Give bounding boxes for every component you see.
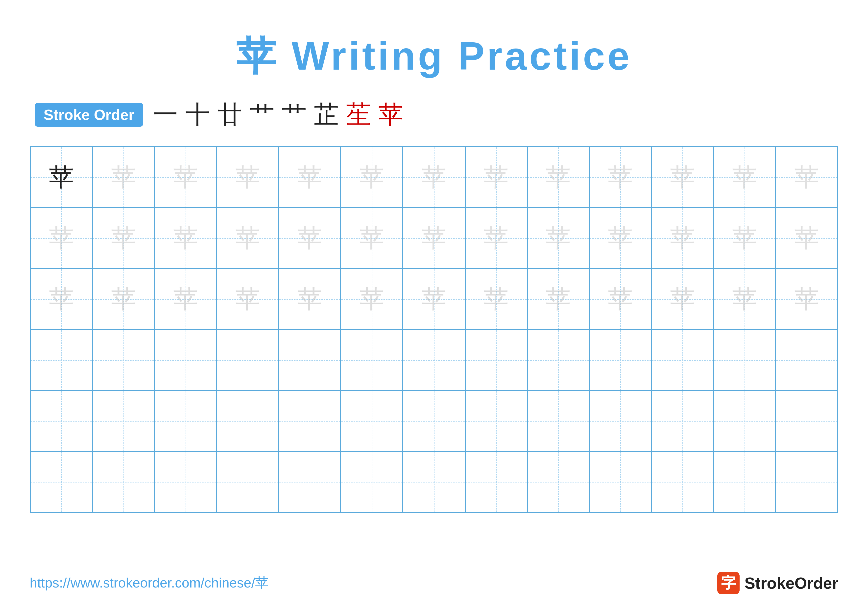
- grid-cell[interactable]: 苹: [527, 269, 589, 330]
- grid-cell[interactable]: 苹: [30, 147, 92, 208]
- grid-cell[interactable]: [217, 452, 279, 513]
- grid-cell[interactable]: 苹: [465, 147, 527, 208]
- grid-cell[interactable]: [589, 330, 651, 390]
- cell-character: 苹: [173, 222, 198, 255]
- grid-cell[interactable]: [279, 452, 341, 513]
- grid-cell[interactable]: 苹: [403, 147, 465, 208]
- grid-cell[interactable]: [341, 390, 403, 452]
- grid-cell[interactable]: 苹: [403, 208, 465, 269]
- grid-cell[interactable]: [92, 452, 154, 513]
- stroke-4: 艹: [250, 98, 274, 132]
- cell-character: 苹: [732, 161, 757, 194]
- grid-cell[interactable]: [279, 330, 341, 390]
- logo-name: StrokeOrder: [744, 574, 838, 592]
- grid-cell[interactable]: 苹: [341, 269, 403, 330]
- stroke-6: 芷: [314, 98, 339, 132]
- grid-cell[interactable]: 苹: [589, 147, 651, 208]
- grid-cell[interactable]: [465, 452, 527, 513]
- grid-cell[interactable]: 苹: [651, 269, 714, 330]
- cell-character: 苹: [173, 161, 198, 194]
- grid-cell[interactable]: 苹: [465, 208, 527, 269]
- grid-cell[interactable]: 苹: [589, 269, 651, 330]
- footer-url[interactable]: https://www.strokeorder.com/chinese/苹: [30, 574, 269, 592]
- grid-cell[interactable]: [776, 390, 838, 452]
- cell-character: 苹: [794, 161, 819, 194]
- grid-cell[interactable]: [30, 452, 92, 513]
- grid-cell[interactable]: [217, 390, 279, 452]
- grid-cell[interactable]: 苹: [92, 208, 154, 269]
- practice-grid[interactable]: 苹 苹 苹 苹 苹 苹 苹 苹 苹 苹 苹 苹 苹 苹 苹 苹 苹 苹 苹 苹 …: [30, 146, 838, 513]
- grid-cell[interactable]: [30, 330, 92, 390]
- grid-cell[interactable]: [651, 452, 714, 513]
- grid-cell[interactable]: 苹: [714, 147, 776, 208]
- grid-cell[interactable]: [403, 452, 465, 513]
- grid-cell[interactable]: 苹: [30, 269, 92, 330]
- grid-cell[interactable]: 苹: [776, 208, 838, 269]
- grid-cell[interactable]: [465, 390, 527, 452]
- grid-cell[interactable]: [217, 330, 279, 390]
- cell-character: 苹: [794, 222, 819, 255]
- cell-character: 苹: [422, 283, 446, 316]
- grid-cell[interactable]: 苹: [714, 208, 776, 269]
- grid-cell[interactable]: [403, 330, 465, 390]
- grid-cell[interactable]: [527, 452, 589, 513]
- grid-cell[interactable]: [403, 390, 465, 452]
- grid-cell[interactable]: 苹: [279, 269, 341, 330]
- grid-cell[interactable]: [465, 330, 527, 390]
- footer-logo: 字 StrokeOrder: [717, 572, 838, 594]
- grid-cell[interactable]: 苹: [30, 208, 92, 269]
- grid-cell[interactable]: [341, 330, 403, 390]
- cell-character: 苹: [298, 222, 322, 255]
- grid-cell[interactable]: 苹: [341, 208, 403, 269]
- footer: https://www.strokeorder.com/chinese/苹 字 …: [30, 572, 838, 594]
- grid-cell[interactable]: [154, 390, 217, 452]
- grid-cell[interactable]: 苹: [154, 269, 217, 330]
- stroke-order-row: Stroke Order 一 十 廿 艹 艹 芷 苼 苹: [35, 98, 838, 132]
- grid-cell[interactable]: 苹: [776, 147, 838, 208]
- grid-cell[interactable]: [527, 330, 589, 390]
- grid-cell[interactable]: [589, 452, 651, 513]
- grid-cell[interactable]: 苹: [527, 147, 589, 208]
- grid-cell[interactable]: 苹: [279, 147, 341, 208]
- grid-cell[interactable]: [154, 452, 217, 513]
- grid-cell[interactable]: 苹: [341, 147, 403, 208]
- grid-cell[interactable]: [527, 390, 589, 452]
- grid-cell[interactable]: 苹: [589, 208, 651, 269]
- cell-character: 苹: [422, 161, 446, 194]
- grid-cell[interactable]: [154, 330, 217, 390]
- grid-cell[interactable]: 苹: [651, 208, 714, 269]
- grid-cell[interactable]: [341, 452, 403, 513]
- cell-character: 苹: [794, 283, 819, 316]
- grid-cell[interactable]: 苹: [217, 269, 279, 330]
- grid-cell[interactable]: 苹: [714, 269, 776, 330]
- grid-cell[interactable]: [776, 330, 838, 390]
- cell-character: 苹: [670, 222, 695, 255]
- grid-cell[interactable]: [776, 452, 838, 513]
- grid-cell[interactable]: 苹: [92, 269, 154, 330]
- cell-character: 苹: [670, 283, 695, 316]
- grid-cell[interactable]: 苹: [217, 208, 279, 269]
- grid-cell[interactable]: 苹: [92, 147, 154, 208]
- cell-character: 苹: [484, 222, 508, 255]
- grid-cell[interactable]: [651, 330, 714, 390]
- grid-cell[interactable]: 苹: [776, 269, 838, 330]
- grid-cell[interactable]: [589, 390, 651, 452]
- grid-cell[interactable]: 苹: [403, 269, 465, 330]
- grid-cell[interactable]: 苹: [465, 269, 527, 330]
- cell-character: 苹: [49, 283, 74, 316]
- grid-cell[interactable]: [30, 390, 92, 452]
- grid-cell[interactable]: [714, 330, 776, 390]
- grid-cell[interactable]: [651, 390, 714, 452]
- grid-cell[interactable]: [92, 390, 154, 452]
- cell-character: 苹: [111, 161, 136, 194]
- grid-cell[interactable]: 苹: [527, 208, 589, 269]
- grid-cell[interactable]: [92, 330, 154, 390]
- grid-cell[interactable]: [279, 390, 341, 452]
- grid-cell[interactable]: [714, 452, 776, 513]
- grid-cell[interactable]: 苹: [279, 208, 341, 269]
- grid-cell[interactable]: 苹: [651, 147, 714, 208]
- grid-cell[interactable]: 苹: [217, 147, 279, 208]
- grid-cell[interactable]: 苹: [154, 208, 217, 269]
- grid-cell[interactable]: 苹: [154, 147, 217, 208]
- grid-cell[interactable]: [714, 390, 776, 452]
